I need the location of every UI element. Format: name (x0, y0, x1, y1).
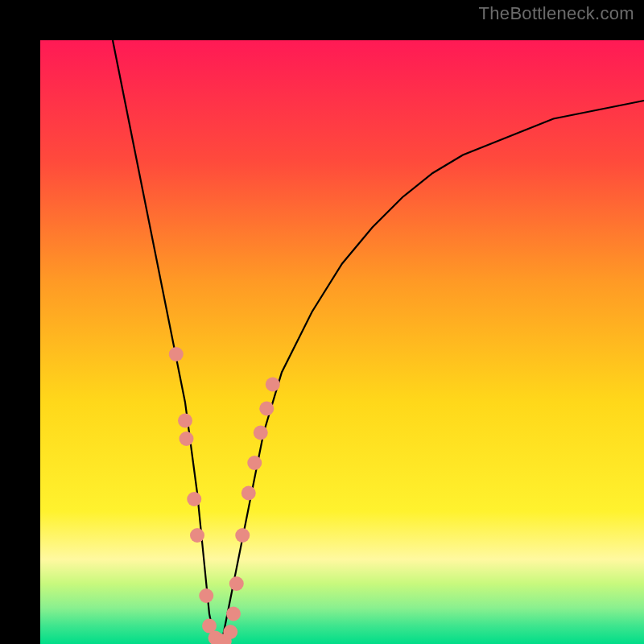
gpu-point (259, 402, 274, 416)
gpu-point (254, 426, 268, 440)
gpu-point (180, 431, 194, 446)
gpu-point (229, 576, 244, 591)
bottleneck-chart (40, 40, 644, 644)
gpu-point (178, 414, 192, 428)
gpu-point (235, 528, 250, 543)
gpu-point (226, 607, 241, 621)
gpu-point (190, 528, 204, 543)
gpu-point (266, 378, 280, 392)
gpu-point (169, 347, 184, 361)
watermark-text: TheBottleneck.com (479, 3, 634, 24)
gpu-point (199, 588, 213, 603)
gpu-point (223, 625, 237, 639)
gpu-point (187, 492, 201, 506)
gpu-point (247, 456, 262, 470)
gpu-point (242, 486, 256, 501)
chart-frame (20, 20, 624, 624)
